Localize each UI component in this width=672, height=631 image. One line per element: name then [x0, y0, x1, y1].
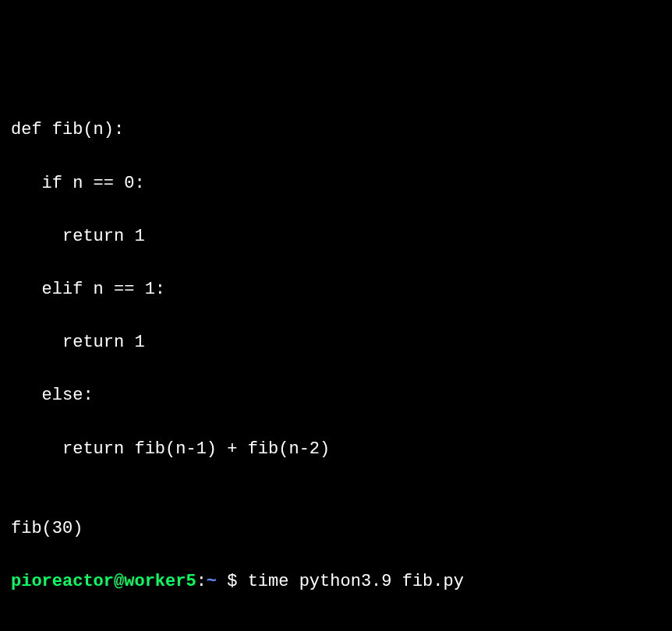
- code-line: return 1: [11, 224, 661, 250]
- code-line: return fib(n-1) + fib(n-2): [11, 436, 661, 463]
- code-line: if n == 0:: [11, 171, 661, 197]
- prompt-colon: :: [196, 572, 207, 591]
- prompt-path: ~: [207, 572, 227, 591]
- prompt-line-1[interactable]: pioreactor@worker5:~ $ time python3.9 fi…: [11, 569, 661, 595]
- code-line: elif n == 1:: [11, 277, 661, 303]
- code-line: else:: [11, 382, 661, 409]
- code-line: fib(30): [11, 516, 661, 542]
- code-line: def fib(n):: [11, 117, 661, 143]
- prompt-dollar: $: [227, 572, 247, 591]
- prompt-user-host: pioreactor@worker5: [11, 572, 196, 591]
- command-1: time python3.9 fib.py: [248, 572, 464, 591]
- code-line: return 1: [11, 330, 661, 356]
